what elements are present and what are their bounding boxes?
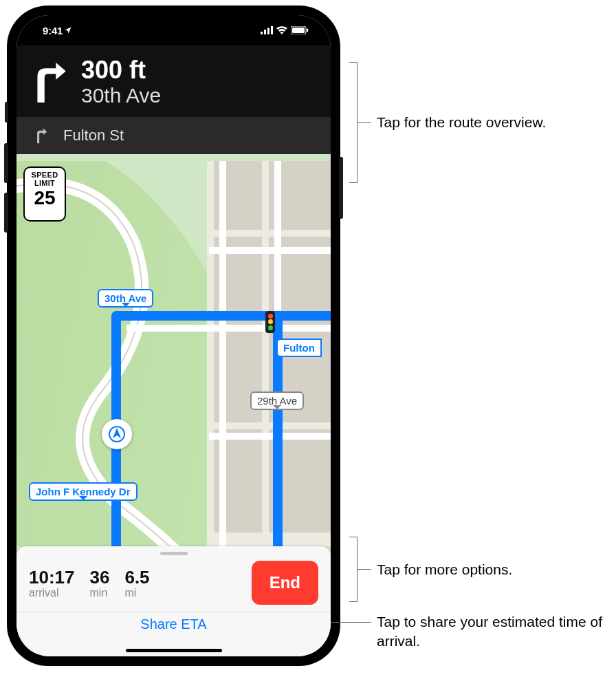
duration-value: 36 [90, 567, 110, 588]
callout-leader-overview [358, 122, 371, 123]
battery-icon [291, 26, 309, 34]
duration-stat: 36 min [90, 567, 110, 599]
volume-up-button [4, 143, 8, 183]
notch [102, 15, 246, 34]
route-label-30th-ave: 30th Ave [98, 289, 153, 308]
end-route-button[interactable]: End [252, 561, 318, 605]
directions-banner[interactable]: 300 ft 30th Ave Fulton St [16, 45, 331, 154]
status-time-text: 9:41 [43, 25, 63, 36]
distance-label: mi [124, 587, 149, 599]
phone-frame: 9:41 [7, 6, 340, 666]
svg-rect-1 [264, 30, 266, 34]
svg-rect-0 [261, 32, 263, 34]
route-label-fulton: Fulton [276, 338, 322, 357]
ring-silent-switch [5, 102, 8, 122]
callout-options: Tap for more options. [377, 560, 512, 579]
direction-secondary-road: Fulton St [63, 127, 124, 144]
svg-rect-2 [267, 28, 270, 35]
direction-primary[interactable]: 300 ft 30th Ave [16, 45, 331, 117]
distance-stat: 6.5 mi [124, 567, 149, 599]
speed-limit-value: 25 [25, 189, 65, 208]
traffic-light-icon [265, 311, 275, 333]
callout-overview: Tap for the route overview. [377, 113, 546, 132]
direction-road: 30th Ave [81, 84, 161, 107]
status-icons [261, 26, 309, 34]
svg-rect-5 [292, 28, 305, 33]
street-label-29th-ave: 29th Ave [250, 391, 304, 410]
arrival-time: 10:17 [29, 567, 75, 588]
location-services-icon [64, 26, 72, 34]
cellular-icon [261, 26, 273, 34]
callout-bracket-overview [349, 62, 358, 183]
street-label-jfk: John F Kennedy Dr [29, 482, 138, 501]
speed-limit-label-top: SPEED [25, 171, 65, 179]
callout-leader-options [358, 569, 371, 570]
home-indicator[interactable] [126, 649, 222, 652]
drag-handle[interactable] [160, 552, 188, 555]
svg-rect-3 [271, 26, 273, 34]
wifi-icon [276, 26, 287, 34]
duration-label: min [90, 587, 110, 599]
svg-rect-6 [307, 29, 308, 32]
map-view[interactable]: SPEED LIMIT 25 30th Ave Fulton 29th Ave … [16, 161, 331, 546]
direction-secondary[interactable]: Fulton St [16, 117, 331, 154]
callout-bracket-options [349, 537, 358, 602]
callout-share: Tap to share your estimated time of arri… [377, 612, 616, 652]
arrival-stat: 10:17 arrival [29, 567, 75, 599]
current-location-marker [102, 419, 132, 449]
speed-limit-sign: SPEED LIMIT 25 [23, 166, 66, 222]
side-button [339, 157, 343, 219]
share-eta-button[interactable]: Share ETA [16, 612, 331, 639]
volume-down-button [4, 193, 8, 233]
speed-limit-label-mid: LIMIT [25, 179, 65, 187]
direction-distance: 300 ft [81, 58, 161, 83]
distance-value: 6.5 [124, 567, 149, 588]
status-time: 9:41 [43, 25, 72, 36]
turn-right-icon [32, 61, 67, 104]
arrival-label: arrival [29, 587, 75, 599]
turn-right-small-icon [34, 127, 48, 144]
route-status-card[interactable]: 10:17 arrival 36 min 6.5 mi End Share ET… [16, 546, 331, 656]
